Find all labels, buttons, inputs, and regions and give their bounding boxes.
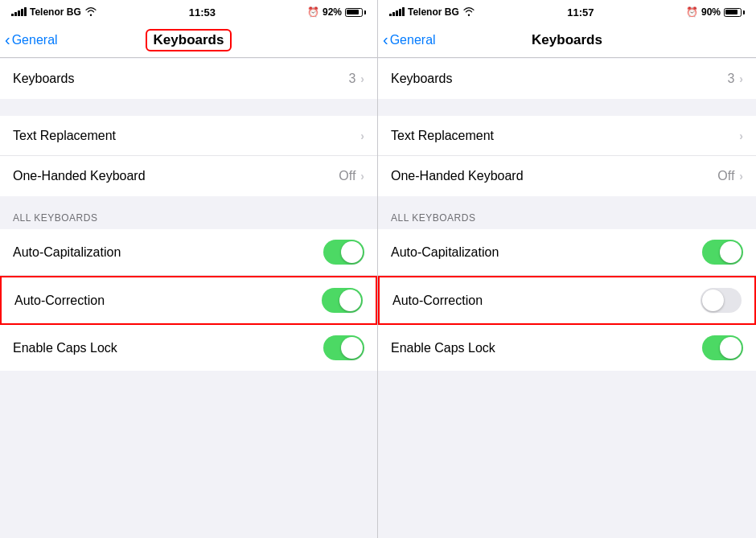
text-replacement-chevron-right: › [739, 129, 743, 142]
signal-icon-right [389, 6, 405, 18]
caps-lock-toggle-right[interactable] [702, 335, 743, 360]
auto-correct-label-right: Auto-Correction [392, 294, 483, 308]
keyboards-row-left[interactable]: Keyboards 3 › [0, 59, 377, 99]
text-replacement-row-right[interactable]: Text Replacement › [378, 116, 756, 156]
text-replacement-right-left: › [360, 129, 364, 142]
toggle-knob [720, 241, 742, 263]
text-group-left: Text Replacement › One-Handed Keyboard O… [0, 116, 377, 196]
toggle-knob [341, 337, 363, 359]
one-handed-label-left: One-Handed Keyboard [13, 169, 146, 183]
status-left-right: Telenor BG [389, 6, 475, 18]
keyboards-row-right[interactable]: Keyboards 3 › [378, 59, 756, 99]
caps-lock-toggle-left[interactable] [323, 335, 364, 360]
settings-content-left: Keyboards 3 › Text Replacement › One-Han… [0, 58, 377, 538]
all-keyboards-header-right: ALL KEYBOARDS [378, 196, 756, 228]
text-replacement-row-left[interactable]: Text Replacement › [0, 116, 377, 156]
time-display-left: 11:53 [189, 6, 216, 18]
keyboards-right-left: 3 › [348, 72, 364, 86]
status-bar-left: Telenor BG 11:53 ⏰ 92% [0, 0, 377, 23]
keyboards-label-right: Keyboards [391, 72, 453, 86]
toggle-knob [341, 241, 363, 263]
wifi-icon-right [462, 6, 475, 18]
keyboards-right-right: 3 › [727, 72, 743, 86]
nav-bar-left: ‹ General Keyboards [0, 23, 377, 58]
nav-title-left: Keyboards [146, 29, 232, 51]
one-handed-label-right: One-Handed Keyboard [391, 169, 524, 183]
keyboards-chevron-left: › [360, 72, 364, 85]
auto-correct-toggle-left[interactable] [322, 288, 363, 313]
one-handed-chevron-right: › [739, 170, 743, 183]
chevron-left-icon: ‹ [5, 31, 10, 49]
back-label-left[interactable]: General [12, 33, 58, 47]
one-handed-value-right: Off [717, 169, 734, 183]
status-right-right: ⏰ 90% [686, 6, 745, 18]
auto-correct-label-left: Auto-Correction [14, 294, 105, 308]
one-handed-right-left: Off › [339, 169, 364, 183]
back-button-right[interactable]: ‹ General [383, 31, 436, 49]
one-handed-chevron-left: › [360, 170, 364, 183]
one-handed-right-right: Off › [717, 169, 743, 183]
wifi-icon [84, 6, 97, 18]
text-replacement-right-right: › [739, 129, 743, 142]
battery-percent-left: 92% [323, 6, 342, 18]
keyboards-group-left: Keyboards 3 › [0, 59, 377, 99]
auto-correct-toggle-right[interactable] [701, 288, 742, 313]
text-replacement-label-right: Text Replacement [391, 129, 494, 143]
battery-icon-right [724, 8, 745, 17]
one-handed-row-left[interactable]: One-Handed Keyboard Off › [0, 156, 377, 196]
phone-panel-right: Telenor BG 11:57 ⏰ 90% ‹ [378, 0, 756, 538]
caps-lock-label-left: Enable Caps Lock [13, 341, 117, 355]
auto-cap-toggle-left[interactable] [323, 240, 364, 265]
time-display-right: 11:57 [567, 6, 594, 18]
battery-icon-left [345, 8, 366, 17]
toggle-group-right: Auto-Capitalization Auto-Correction Enab… [378, 229, 756, 371]
all-keyboards-header-left: ALL KEYBOARDS [0, 196, 377, 228]
status-bar-right: Telenor BG 11:57 ⏰ 90% [378, 0, 756, 23]
nav-title-right: Keyboards [532, 32, 602, 48]
caps-lock-label-right: Enable Caps Lock [391, 341, 495, 355]
one-handed-row-right[interactable]: One-Handed Keyboard Off › [378, 156, 756, 196]
toggle-knob [720, 337, 742, 359]
keyboards-value-right: 3 [727, 72, 734, 86]
back-button-left[interactable]: ‹ General [5, 31, 58, 49]
text-replacement-chevron-left: › [360, 129, 364, 142]
alarm-icon-right: ⏰ [686, 6, 698, 18]
auto-cap-toggle-right[interactable] [702, 240, 743, 265]
carrier-label: Telenor BG [30, 6, 81, 18]
text-group-right: Text Replacement › One-Handed Keyboard O… [378, 116, 756, 196]
caps-lock-row-left[interactable]: Enable Caps Lock [0, 325, 377, 371]
phone-panel-left: Telenor BG 11:53 ⏰ 92% ‹ [0, 0, 378, 538]
keyboards-value-left: 3 [348, 72, 355, 86]
keyboards-label-left: Keyboards [13, 72, 75, 86]
toggle-knob [339, 290, 361, 311]
nav-bar-right: ‹ General Keyboards [378, 23, 756, 58]
status-right-left: ⏰ 92% [307, 6, 366, 18]
auto-cap-row-left[interactable]: Auto-Capitalization [0, 229, 377, 276]
auto-correct-row-left[interactable]: Auto-Correction [0, 276, 377, 325]
toggle-group-left: Auto-Capitalization Auto-Correction Enab… [0, 229, 377, 371]
carrier-label-right: Telenor BG [408, 6, 459, 18]
battery-percent-right: 90% [701, 6, 721, 18]
caps-lock-row-right[interactable]: Enable Caps Lock [378, 325, 756, 371]
status-left-left: Telenor BG [11, 6, 97, 18]
auto-cap-row-right[interactable]: Auto-Capitalization [378, 229, 756, 276]
back-label-right[interactable]: General [390, 33, 436, 47]
settings-content-right: Keyboards 3 › Text Replacement › One-Han… [378, 58, 756, 538]
auto-correct-row-right[interactable]: Auto-Correction [378, 276, 756, 325]
text-replacement-label-left: Text Replacement [13, 129, 116, 143]
auto-cap-label-left: Auto-Capitalization [13, 245, 121, 260]
one-handed-value-left: Off [339, 169, 355, 183]
alarm-icon: ⏰ [307, 6, 319, 18]
auto-cap-label-right: Auto-Capitalization [391, 245, 499, 260]
signal-icon [11, 6, 27, 18]
keyboards-group-right: Keyboards 3 › [378, 59, 756, 99]
chevron-left-icon-right: ‹ [383, 31, 388, 49]
toggle-knob [702, 290, 724, 311]
keyboards-chevron-right: › [739, 72, 743, 85]
